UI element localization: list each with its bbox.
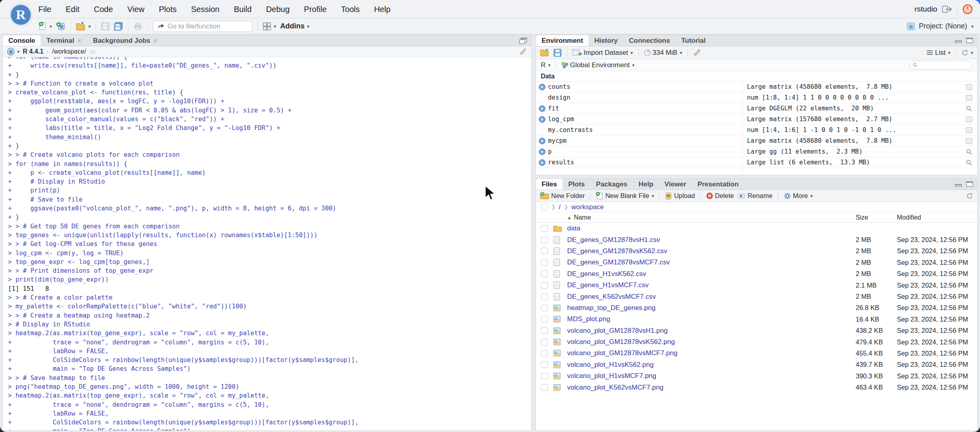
file-row-volcano_plot_GM12878vsH1.png[interactable]: volcano_plot_GM12878vsH1.png438.2 KBSep … [536,325,977,336]
file-name-link[interactable]: DE_genes_K562vsMCF7.csv [567,293,656,301]
file-checkbox[interactable] [541,270,548,277]
goto-file-function-input[interactable] [167,22,256,30]
file-name-link[interactable]: data [567,224,580,232]
file-checkbox[interactable] [541,282,548,289]
expand-object-icon[interactable] [539,84,546,90]
environment-object-counts[interactable]: countsLarge matrix (458680 elements, 7.8… [536,82,977,92]
file-row-volcano_plot_GM12878vsK562.png[interactable]: volcano_plot_GM12878vsK562.png479.4 KBSe… [536,336,977,348]
new-folder-button[interactable]: New Folder [540,192,585,200]
inspect-object-button[interactable] [960,149,977,155]
environment-object-log_cpm[interactable]: log_cpmLarge matrix (157680 elements, 2.… [536,114,977,125]
minimize-pane-icon[interactable] [955,38,962,43]
refresh-environment-button[interactable]: ▾ [961,49,973,56]
expand-toggle[interactable] [536,138,548,144]
file-name-link[interactable]: DE_genes_GM12878vsH1.csv [567,236,660,244]
sign-out-icon[interactable] [942,5,952,13]
file-name-link[interactable]: DE_genes_GM12878vsMCF7.csv [567,258,670,266]
menu-profile[interactable]: Profile [304,5,327,14]
breadcrumb-root[interactable]: / [559,203,561,211]
tab-packages[interactable]: Packages [590,179,633,190]
file-row-DE_genes_K562vsMCF7.csv[interactable]: DE_genes_K562vsMCF7.csv2 MBSep 23, 2024,… [536,291,977,302]
menu-session[interactable]: Session [191,5,219,14]
expand-object-icon[interactable] [539,116,546,123]
list-view-button[interactable]: List ▾ [926,49,950,57]
r-version-menu-icon[interactable]: R ▾ [7,48,20,56]
view-table-button[interactable] [960,95,977,101]
menu-plots[interactable]: Plots [159,5,177,14]
expand-toggle[interactable] [536,159,548,166]
load-workspace-icon[interactable] [540,49,550,57]
environment-object-results[interactable]: resultsLarge list (6 elements, 13.3 MB) [536,157,977,168]
select-all-checkbox[interactable] [541,204,548,210]
view-working-dir-icon[interactable] [89,49,96,54]
rename-button[interactable]: Rename [737,192,772,200]
file-row-DE_genes_GM12878vsMCF7.csv[interactable]: DE_genes_GM12878vsMCF7.csv2 MBSep 23, 20… [536,257,977,268]
view-table-button[interactable] [960,127,977,133]
expand-toggle[interactable] [536,148,548,155]
view-table-icon[interactable] [966,84,972,90]
environment-object-p[interactable]: pLarge gg (11 elements, 2.3 MB) [536,146,977,157]
quit-session-icon[interactable] [962,4,973,14]
view-table-icon[interactable] [966,138,972,144]
file-row-MDS_plot.png[interactable]: MDS_plot.png16.4 KBSep 23, 2024, 12:56 P… [536,314,977,325]
tab-tutorial[interactable]: Tutorial [675,35,711,46]
file-row-volcano_plot_H1vsMCF7.png[interactable]: volcano_plot_H1vsMCF7.png390.3 KBSep 23,… [536,370,977,382]
inspect-object-icon[interactable] [966,149,972,155]
expand-object-icon[interactable] [539,148,546,155]
new-project-button[interactable]: R [56,22,66,31]
memory-usage-button[interactable]: 334 MiB ▾ [644,49,682,57]
goto-file-function-box[interactable] [153,21,253,32]
menu-debug[interactable]: Debug [266,5,290,14]
close-tab-icon[interactable]: ✕ [77,38,82,44]
view-table-icon[interactable] [966,95,972,101]
menu-tools[interactable]: Tools [341,5,360,14]
menu-edit[interactable]: Edit [66,5,79,14]
file-checkbox[interactable] [541,304,548,311]
environment-object-fit[interactable]: fitLarge DGEGLM (22 elements, 20 MB) [536,103,977,114]
view-table-button[interactable] [960,84,977,90]
breadcrumb-workspace[interactable]: workspace [572,203,604,211]
delete-button[interactable]: Delete [706,192,734,200]
new-file-button[interactable]: ▾ [38,22,52,31]
console-output[interactable]: > for (name in names(results)) {+ write.… [3,57,531,430]
file-checkbox[interactable] [541,384,548,391]
file-name-link[interactable]: volcano_plot_GM12878vsMCF7.png [567,349,677,357]
save-workspace-icon[interactable] [554,49,562,57]
file-row-data[interactable]: data [536,223,977,234]
refresh-files-icon[interactable] [966,192,973,200]
file-name-link[interactable]: DE_genes_H1vsMCF7.csv [567,281,649,289]
more-button[interactable]: More ▾ [783,192,813,200]
environment-search-box[interactable] [909,61,972,70]
environment-object-my.contrasts[interactable]: my.contrastsnum [1:4, 1:6] 1 -1 0 0 1 0 … [536,125,977,136]
tab-terminal[interactable]: Terminal✕ [41,35,87,46]
file-name-link[interactable]: volcano_plot_GM12878vsH1.png [567,327,667,335]
view-table-icon[interactable] [966,127,972,133]
file-checkbox[interactable] [541,248,548,254]
column-header-name[interactable]: ▲ Name [536,214,591,221]
environment-object-mycpm[interactable]: mycpmLarge matrix (458680 elements, 7.8 … [536,136,977,146]
file-checkbox[interactable] [541,225,548,232]
tab-viewer[interactable]: Viewer [659,179,692,190]
file-name-link[interactable]: heatmap_top_DE_genes.png [567,304,655,312]
file-row-volcano_plot_H1vsK562.png[interactable]: volcano_plot_H1vsK562.png439.7 KBSep 23,… [536,359,977,370]
close-tab-icon[interactable]: ✕ [153,38,158,44]
environment-object-design[interactable]: designnum [1:8, 1:4] 1 1 0 0 0 0 0 0 0 0… [536,92,977,103]
expand-object-icon[interactable] [539,105,546,112]
tab-presentation[interactable]: Presentation [692,179,744,190]
file-row-volcano_plot_GM12878vsMCF7.png[interactable]: volcano_plot_GM12878vsMCF7.png455.4 KBSe… [536,348,977,359]
file-checkbox[interactable] [541,259,548,266]
column-header-modified[interactable]: Modified [897,214,921,221]
view-table-button[interactable] [960,116,977,122]
menu-file[interactable]: File [38,5,51,14]
import-dataset-button[interactable]: Import Dataset ▾ [572,49,633,57]
file-checkbox[interactable] [541,350,548,357]
environment-search-input[interactable] [920,62,969,68]
tab-environment[interactable]: Environment [536,35,589,46]
upload-button[interactable]: Upload [665,192,695,200]
expand-toggle[interactable] [536,116,548,123]
menu-build[interactable]: Build [234,5,251,14]
expand-object-icon[interactable] [539,138,546,144]
file-checkbox[interactable] [541,339,548,346]
file-checkbox[interactable] [541,236,548,243]
file-checkbox[interactable] [541,327,548,334]
